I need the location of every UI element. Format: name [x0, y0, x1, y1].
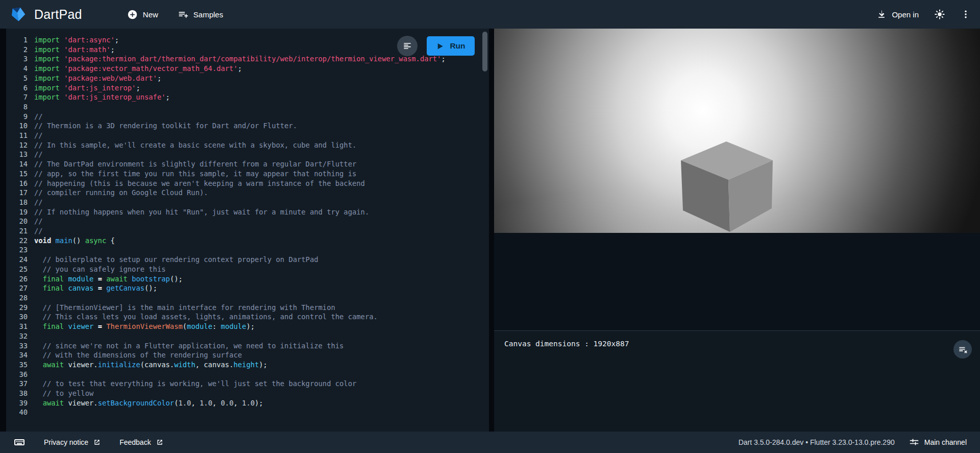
feedback-label: Feedback: [119, 438, 151, 446]
line-content[interactable]: import 'dart:async';: [34, 35, 119, 45]
line-content[interactable]: // This class lets you load assets, ligh…: [34, 312, 378, 322]
run-button[interactable]: Run: [427, 36, 475, 56]
code-line[interactable]: 36: [10, 370, 489, 379]
code-line[interactable]: 8: [10, 102, 489, 112]
code-line[interactable]: 34 // with the dimensions of the renderi…: [10, 350, 489, 360]
feedback-link[interactable]: Feedback: [119, 438, 163, 446]
code-lines[interactable]: 1import 'dart:async';2import 'dart:math'…: [6, 29, 489, 417]
code-line[interactable]: 28: [10, 293, 489, 303]
format-button[interactable]: [397, 36, 418, 56]
code-line[interactable]: 21//: [10, 226, 489, 236]
line-number: 26: [10, 274, 28, 284]
theme-toggle-button[interactable]: [934, 9, 945, 20]
code-line[interactable]: 6import 'dart:js_interop';: [10, 83, 489, 93]
line-content[interactable]: //: [34, 112, 43, 122]
code-line[interactable]: 20//: [10, 217, 489, 226]
panel-splitter[interactable]: [489, 29, 494, 432]
line-content[interactable]: // boilerplate to setup our rendering co…: [34, 255, 318, 265]
code-line[interactable]: 19// If nothing happens when you hit "Ru…: [10, 207, 489, 217]
line-content[interactable]: void main() async {: [34, 236, 115, 246]
samples-button[interactable]: Samples: [178, 9, 223, 20]
privacy-notice-link[interactable]: Privacy notice: [44, 438, 101, 446]
code-editor-panel[interactable]: 1import 'dart:async';2import 'dart:math'…: [6, 29, 489, 432]
code-line[interactable]: 39 await viewer.setBackgroundColor(1.0, …: [10, 398, 489, 408]
channel-selector[interactable]: Main channel: [909, 437, 967, 447]
main-area: 1import 'dart:async';2import 'dart:math'…: [0, 29, 980, 432]
line-number: 10: [10, 121, 28, 131]
output-panel: Canvas dimensions : 980x453: [494, 29, 980, 432]
code-line[interactable]: 37 // to test that everything is working…: [10, 379, 489, 389]
line-content[interactable]: // [ThermionViewer] is the main interfac…: [34, 303, 335, 313]
code-line[interactable]: 27 final canvas = getCanvas();: [10, 283, 489, 293]
line-content[interactable]: // If nothing happens when you hit "Run"…: [34, 207, 369, 217]
code-line[interactable]: 7import 'dart:js_interop_unsafe';: [10, 92, 489, 102]
code-line[interactable]: 12// In this sample, we'll create a basi…: [10, 140, 489, 150]
line-number: 31: [10, 322, 28, 331]
line-content[interactable]: await viewer.initialize(canvas.width, ca…: [34, 360, 267, 370]
line-content[interactable]: import 'package:vector_math/vector_math_…: [34, 64, 242, 74]
code-line[interactable]: 30 // This class lets you load assets, l…: [10, 312, 489, 322]
line-number: 29: [10, 303, 28, 313]
line-content[interactable]: import 'dart:math';: [34, 45, 115, 55]
line-content[interactable]: // happening (this is because we aren't …: [34, 179, 365, 188]
code-line[interactable]: 5import 'package:web/web.dart';: [10, 74, 489, 83]
code-line[interactable]: 35 await viewer.initialize(canvas.width,…: [10, 360, 489, 370]
line-content[interactable]: final canvas = getCanvas();: [34, 283, 157, 293]
overflow-menu-button[interactable]: [961, 9, 971, 20]
code-line[interactable]: 33 // since we're not in a Flutter appli…: [10, 341, 489, 351]
code-line[interactable]: 32: [10, 331, 489, 341]
code-line[interactable]: 24 // boilerplate to setup our rendering…: [10, 255, 489, 265]
line-content[interactable]: // to test that everything is working, w…: [34, 379, 356, 389]
code-line[interactable]: 11//: [10, 131, 489, 140]
code-line[interactable]: 4import 'package:vector_math/vector_math…: [10, 64, 489, 74]
code-line[interactable]: 14// The DartPad environment is slightly…: [10, 159, 489, 169]
code-line[interactable]: 17// compiler running on Google Cloud Ru…: [10, 188, 489, 198]
app-title: DartPad: [34, 7, 82, 22]
line-content[interactable]: import 'dart:js_interop';: [34, 83, 140, 93]
clear-console-icon: [958, 345, 968, 354]
line-content[interactable]: //: [34, 198, 43, 207]
line-content[interactable]: // you can safely ignore this: [34, 265, 166, 274]
code-line[interactable]: 40: [10, 408, 489, 417]
line-number: 7: [10, 92, 28, 102]
line-content[interactable]: import 'package:thermion_dart/thermion_d…: [34, 54, 446, 64]
editor-scrollbar-thumb[interactable]: [482, 32, 487, 71]
line-content[interactable]: // Thermion is a 3D rendering toolkit fo…: [34, 121, 297, 131]
code-line[interactable]: 18//: [10, 198, 489, 207]
line-content[interactable]: await viewer.setBackgroundColor(1.0, 1.0…: [34, 398, 263, 408]
code-line[interactable]: 38 // to yellow: [10, 389, 489, 398]
keyboard-shortcuts-button[interactable]: [13, 436, 26, 448]
clear-console-button[interactable]: [953, 340, 972, 359]
new-button[interactable]: New: [127, 9, 158, 20]
code-line[interactable]: 23: [10, 245, 489, 255]
line-number: 14: [10, 159, 28, 169]
line-content[interactable]: //: [34, 226, 43, 236]
code-line[interactable]: 31 final viewer = ThermionViewerWasm(mod…: [10, 322, 489, 331]
line-content[interactable]: // In this sample, we'll create a basic …: [34, 140, 356, 150]
render-canvas[interactable]: [494, 29, 980, 233]
line-content[interactable]: // The DartPad environment is slightly d…: [34, 159, 356, 169]
line-content[interactable]: import 'package:web/web.dart';: [34, 74, 161, 83]
line-content[interactable]: import 'dart:js_interop_unsafe';: [34, 92, 170, 102]
open-in-button[interactable]: Open in: [876, 9, 919, 19]
line-content[interactable]: //: [34, 131, 43, 140]
code-line[interactable]: 10// Thermion is a 3D rendering toolkit …: [10, 121, 489, 131]
line-content[interactable]: // compiler running on Google Cloud Run)…: [34, 188, 208, 198]
code-line[interactable]: 26 final module = await bootstrap();: [10, 274, 489, 284]
line-content[interactable]: // with the dimensions of the rendering …: [34, 350, 242, 360]
line-content[interactable]: //: [34, 150, 43, 159]
line-content[interactable]: //: [34, 217, 43, 226]
line-content[interactable]: final viewer = ThermionViewerWasm(module…: [34, 322, 255, 331]
code-line[interactable]: 22void main() async {: [10, 236, 489, 246]
version-info: Dart 3.5.0-284.0.dev • Flutter 3.23.0-13…: [739, 438, 895, 446]
code-line[interactable]: 16// happening (this is because we aren'…: [10, 179, 489, 188]
line-content[interactable]: // to yellow: [34, 389, 93, 398]
code-line[interactable]: 15// app, so the first time you run this…: [10, 169, 489, 179]
code-line[interactable]: 13//: [10, 150, 489, 159]
code-line[interactable]: 25 // you can safely ignore this: [10, 265, 489, 274]
code-line[interactable]: 9//: [10, 112, 489, 122]
line-content[interactable]: // app, so the first time you run this s…: [34, 169, 356, 179]
line-content[interactable]: // since we're not in a Flutter applicat…: [34, 341, 344, 351]
line-content[interactable]: final module = await bootstrap();: [34, 274, 183, 284]
code-line[interactable]: 29 // [ThermionViewer] is the main inter…: [10, 303, 489, 313]
